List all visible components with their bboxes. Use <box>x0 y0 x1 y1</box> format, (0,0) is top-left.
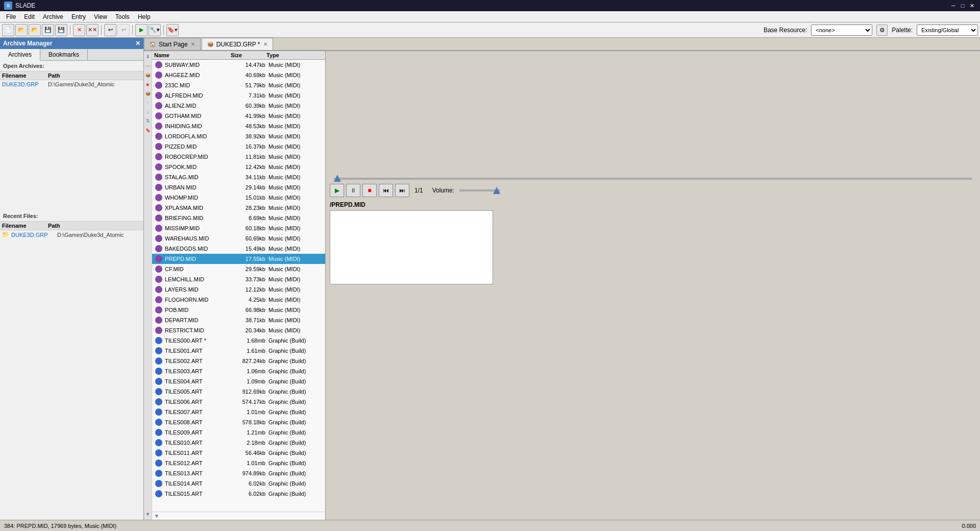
menu-item-view[interactable]: View <box>90 12 111 21</box>
archive-manager-close-button[interactable]: ✕ <box>135 40 140 47</box>
maximize-button[interactable]: □ <box>959 2 967 10</box>
file-row[interactable]: MISSIMP.MID60.18kbMusic (MIDI) <box>152 223 325 233</box>
file-row[interactable]: PIZZED.MID16.37kbMusic (MIDI) <box>152 141 325 152</box>
file-size: 29.14kb <box>234 184 268 190</box>
sidebar-icon-download[interactable]: ⬇ <box>146 52 150 61</box>
file-row[interactable]: PREPD.MID17.55kbMusic (MIDI) <box>152 254 325 264</box>
file-row[interactable]: AHGEEZ.MID40.69kbMusic (MIDI) <box>152 70 325 80</box>
save-button[interactable]: 💾 <box>42 24 54 36</box>
pause-button[interactable]: ⏸ <box>346 184 360 197</box>
file-row[interactable]: LORDOFLA.MID38.92kbMusic (MIDI) <box>152 131 325 141</box>
sidebar-icon-sort[interactable]: ⇅ <box>146 116 150 126</box>
menu-item-entry[interactable]: Entry <box>67 12 90 21</box>
file-type: Graphic (Build) <box>268 491 323 497</box>
file-row[interactable]: TILES014.ART6.02kbGraphic (Build) <box>152 478 325 489</box>
col-size-header[interactable]: Size <box>231 52 266 58</box>
file-row[interactable]: ALIENZ.MID60.39kbMusic (MIDI) <box>152 101 325 111</box>
start-page-tab-close[interactable]: ✕ <box>191 41 195 47</box>
file-row[interactable]: TILES013.ART974.89kbGraphic (Build) <box>152 468 325 478</box>
file-row[interactable]: TILES005.ART912.69kbGraphic (Build) <box>152 387 325 397</box>
menu-item-edit[interactable]: Edit <box>20 12 39 21</box>
file-row[interactable]: INHIDING.MID48.53kbMusic (MIDI) <box>152 121 325 131</box>
stop-button[interactable]: ■ <box>362 184 377 197</box>
col-type-header[interactable]: Type <box>266 52 279 58</box>
file-row[interactable]: FLOGHORN.MID4.25kbMusic (MIDI) <box>152 295 325 305</box>
art-file-icon <box>154 346 163 355</box>
file-row[interactable]: BAKEDGDS.MID15.49kbMusic (MIDI) <box>152 244 325 254</box>
base-resource-settings-button[interactable]: ⚙ <box>876 25 888 36</box>
sidebar-icon-red-square[interactable]: ■ <box>146 80 149 89</box>
file-row[interactable]: DEPART.MID38.71kbMusic (MIDI) <box>152 315 325 325</box>
file-row[interactable]: STALAG.MID34.11kbMusic (MIDI) <box>152 172 325 182</box>
file-row[interactable]: TILES015.ART6.02kbGraphic (Build) <box>152 489 325 499</box>
duke3d-tab-close[interactable]: ✕ <box>263 41 267 47</box>
file-row[interactable]: LAYERS.MID12.12kbMusic (MIDI) <box>152 284 325 295</box>
file-row[interactable]: ALFREDH.MID7.31kbMusic (MIDI) <box>152 90 325 101</box>
play-button[interactable]: ▶ <box>330 184 344 197</box>
tab-start-page[interactable]: 🏠 Start Page ✕ <box>144 38 201 50</box>
file-row[interactable]: ROBOCREP.MID11.81kbMusic (MIDI) <box>152 152 325 162</box>
minimize-button[interactable]: ─ <box>949 2 958 10</box>
file-row[interactable]: LEMCHILL.MID33.73kbMusic (MIDI) <box>152 274 325 284</box>
menu-item-file[interactable]: File <box>2 12 20 21</box>
filter-icon[interactable]: ▼ <box>154 513 159 519</box>
new-file-button[interactable]: 📄 <box>2 24 14 36</box>
run-button[interactable]: ▶ <box>135 24 148 36</box>
sidebar-icon-down-arrow[interactable]: ↓ <box>146 107 149 116</box>
file-row[interactable]: TILES008.ART578.18kbGraphic (Build) <box>152 417 325 427</box>
sidebar-icon-package2[interactable]: 📦 <box>145 89 151 98</box>
midi-content-textarea[interactable] <box>330 210 493 284</box>
file-row[interactable]: CF.MID29.59kbMusic (MIDI) <box>152 264 325 274</box>
open-recent-button[interactable]: 📂 <box>29 24 41 36</box>
file-row[interactable]: TILES009.ART1.21mbGraphic (Build) <box>152 427 325 438</box>
prev-button[interactable]: ⏮ <box>379 184 393 197</box>
open-file-button[interactable]: 📂 <box>15 24 28 36</box>
base-resource-select[interactable]: <none> <box>811 25 872 36</box>
seek-track[interactable] <box>334 178 972 180</box>
close-button[interactable]: ✕ <box>968 2 976 10</box>
file-row[interactable]: GOTHAM.MID41.99kbMusic (MIDI) <box>152 111 325 121</box>
close-all-button[interactable]: ✕✕ <box>86 24 99 36</box>
menu-item-archive[interactable]: Archive <box>39 12 67 21</box>
tab-duke3d-grp[interactable]: 📦 DUKE3D.GRP * ✕ <box>202 38 273 50</box>
file-row[interactable]: WHOMP.MID15.01kbMusic (MIDI) <box>152 192 325 203</box>
file-row[interactable]: SPOOK.MID12.42kbMusic (MIDI) <box>152 162 325 172</box>
next-button[interactable]: ⏭ <box>395 184 409 197</box>
file-row[interactable]: XPLASMA.MID28.23kbMusic (MIDI) <box>152 203 325 213</box>
file-row[interactable]: RESTRICT.MID20.34kbMusic (MIDI) <box>152 325 325 335</box>
save-all-button[interactable]: 💾 <box>55 24 67 36</box>
file-row[interactable]: TILES006.ART574.17kbGraphic (Build) <box>152 397 325 407</box>
palette-select[interactable]: Existing/Global <box>917 25 978 36</box>
volume-track[interactable] <box>459 189 500 191</box>
sidebar-icon-bookmark[interactable]: 🔖 <box>145 126 151 135</box>
file-row[interactable]: TILES010.ART2.18mbGraphic (Build) <box>152 438 325 448</box>
recent-file-row[interactable]: 📁 DUKE3D.GRP D:\Games\Duke3d_Atomic <box>0 230 143 239</box>
file-row[interactable]: SUBWAY.MID14.47kbMusic (MIDI) <box>152 60 325 70</box>
file-row[interactable]: TILES000.ART *1.68mbGraphic (Build) <box>152 335 325 346</box>
col-name-header[interactable]: Name <box>154 52 231 58</box>
file-row[interactable]: BRIEFING.MID8.69kbMusic (MIDI) <box>152 213 325 223</box>
file-row[interactable]: TILES001.ART1.61mbGraphic (Build) <box>152 346 325 356</box>
file-row[interactable]: WAREHAUS.MID60.69kbMusic (MIDI) <box>152 233 325 244</box>
redo-button[interactable]: ↩ <box>117 24 130 36</box>
sidebar-icon-up-arrow[interactable]: ↑ <box>146 98 149 107</box>
file-row[interactable]: TILES004.ART1.09mbGraphic (Build) <box>152 376 325 387</box>
undo-button[interactable]: ↩ <box>104 24 116 36</box>
tab-bookmarks[interactable]: Bookmarks <box>40 49 88 60</box>
menu-item-help[interactable]: Help <box>134 12 155 21</box>
file-row[interactable]: 233C.MID51.79kbMusic (MIDI) <box>152 80 325 90</box>
bookmarks-button[interactable]: 🔖▾ <box>166 24 179 36</box>
file-row[interactable]: TILES011.ART56.46kbGraphic (Build) <box>152 448 325 458</box>
open-archive-row[interactable]: DUKE3D.GRP D:\Games\Duke3d_Atomic <box>0 80 143 88</box>
file-row[interactable]: URBAN.MID29.14kbMusic (MIDI) <box>152 182 325 192</box>
sidebar-icon-package[interactable]: 📦 <box>145 70 151 80</box>
tab-archives[interactable]: Archives <box>0 49 40 61</box>
file-row[interactable]: TILES007.ART1.01mbGraphic (Build) <box>152 407 325 417</box>
file-row[interactable]: TILES003.ART1.06mbGraphic (Build) <box>152 366 325 376</box>
menu-item-tools[interactable]: Tools <box>111 12 134 21</box>
close-button-toolbar[interactable]: ✕ <box>73 24 85 36</box>
file-row[interactable]: TILES012.ART1.01mbGraphic (Build) <box>152 458 325 468</box>
file-row[interactable]: POB.MID66.98kbMusic (MIDI) <box>152 305 325 315</box>
file-row[interactable]: TILES002.ART827.24kbGraphic (Build) <box>152 356 325 366</box>
tools-dropdown[interactable]: 🔧▾ <box>149 24 161 36</box>
